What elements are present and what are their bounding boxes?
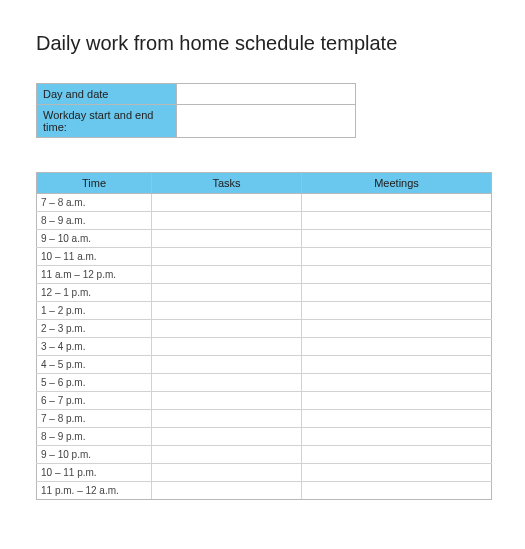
cell-tasks[interactable] bbox=[152, 230, 302, 248]
cell-tasks[interactable] bbox=[152, 266, 302, 284]
cell-meetings[interactable] bbox=[302, 248, 492, 266]
cell-meetings[interactable] bbox=[302, 194, 492, 212]
cell-tasks[interactable] bbox=[152, 212, 302, 230]
cell-meetings[interactable] bbox=[302, 464, 492, 482]
table-row: 3 – 4 p.m. bbox=[37, 338, 492, 356]
cell-time: 11 p.m. – 12 a.m. bbox=[37, 482, 152, 500]
info-value[interactable] bbox=[176, 105, 355, 138]
schedule-body: 7 – 8 a.m. 8 – 9 a.m. 9 – 10 a.m. 10 – 1… bbox=[37, 194, 492, 500]
cell-tasks[interactable] bbox=[152, 320, 302, 338]
table-row: 1 – 2 p.m. bbox=[37, 302, 492, 320]
info-row-day-date: Day and date bbox=[37, 84, 356, 105]
table-row: 12 – 1 p.m. bbox=[37, 284, 492, 302]
info-value[interactable] bbox=[176, 84, 355, 105]
cell-time: 7 – 8 a.m. bbox=[37, 194, 152, 212]
cell-tasks[interactable] bbox=[152, 410, 302, 428]
header-time: Time bbox=[37, 173, 152, 194]
page: Daily work from home schedule template D… bbox=[0, 0, 525, 530]
table-row: 5 – 6 p.m. bbox=[37, 374, 492, 392]
schedule-header-row: Time Tasks Meetings bbox=[37, 173, 492, 194]
cell-time: 2 – 3 p.m. bbox=[37, 320, 152, 338]
cell-time: 1 – 2 p.m. bbox=[37, 302, 152, 320]
cell-time: 3 – 4 p.m. bbox=[37, 338, 152, 356]
cell-meetings[interactable] bbox=[302, 356, 492, 374]
cell-tasks[interactable] bbox=[152, 392, 302, 410]
info-table: Day and date Workday start and end time: bbox=[36, 83, 356, 138]
cell-meetings[interactable] bbox=[302, 212, 492, 230]
cell-meetings[interactable] bbox=[302, 320, 492, 338]
cell-time: 8 – 9 p.m. bbox=[37, 428, 152, 446]
cell-time: 7 – 8 p.m. bbox=[37, 410, 152, 428]
cell-meetings[interactable] bbox=[302, 338, 492, 356]
table-row: 4 – 5 p.m. bbox=[37, 356, 492, 374]
cell-time: 11 a.m – 12 p.m. bbox=[37, 266, 152, 284]
cell-time: 9 – 10 p.m. bbox=[37, 446, 152, 464]
table-row: 11 p.m. – 12 a.m. bbox=[37, 482, 492, 500]
info-row-workday-time: Workday start and end time: bbox=[37, 105, 356, 138]
table-row: 7 – 8 p.m. bbox=[37, 410, 492, 428]
header-tasks: Tasks bbox=[152, 173, 302, 194]
table-row: 11 a.m – 12 p.m. bbox=[37, 266, 492, 284]
table-row: 10 – 11 p.m. bbox=[37, 464, 492, 482]
table-row: 8 – 9 a.m. bbox=[37, 212, 492, 230]
info-label: Day and date bbox=[37, 84, 177, 105]
cell-tasks[interactable] bbox=[152, 248, 302, 266]
table-row: 2 – 3 p.m. bbox=[37, 320, 492, 338]
table-row: 9 – 10 a.m. bbox=[37, 230, 492, 248]
cell-time: 10 – 11 p.m. bbox=[37, 464, 152, 482]
cell-meetings[interactable] bbox=[302, 266, 492, 284]
table-row: 6 – 7 p.m. bbox=[37, 392, 492, 410]
cell-tasks[interactable] bbox=[152, 374, 302, 392]
cell-tasks[interactable] bbox=[152, 356, 302, 374]
table-row: 9 – 10 p.m. bbox=[37, 446, 492, 464]
schedule-table: Time Tasks Meetings 7 – 8 a.m. 8 – 9 a.m… bbox=[36, 172, 492, 500]
cell-time: 6 – 7 p.m. bbox=[37, 392, 152, 410]
cell-meetings[interactable] bbox=[302, 284, 492, 302]
cell-time: 10 – 11 a.m. bbox=[37, 248, 152, 266]
cell-time: 5 – 6 p.m. bbox=[37, 374, 152, 392]
page-title: Daily work from home schedule template bbox=[36, 32, 497, 55]
cell-time: 4 – 5 p.m. bbox=[37, 356, 152, 374]
cell-meetings[interactable] bbox=[302, 302, 492, 320]
header-meetings: Meetings bbox=[302, 173, 492, 194]
cell-meetings[interactable] bbox=[302, 446, 492, 464]
cell-time: 12 – 1 p.m. bbox=[37, 284, 152, 302]
cell-meetings[interactable] bbox=[302, 410, 492, 428]
cell-time: 9 – 10 a.m. bbox=[37, 230, 152, 248]
cell-tasks[interactable] bbox=[152, 338, 302, 356]
cell-time: 8 – 9 a.m. bbox=[37, 212, 152, 230]
cell-tasks[interactable] bbox=[152, 428, 302, 446]
table-row: 8 – 9 p.m. bbox=[37, 428, 492, 446]
cell-tasks[interactable] bbox=[152, 194, 302, 212]
cell-tasks[interactable] bbox=[152, 464, 302, 482]
cell-tasks[interactable] bbox=[152, 446, 302, 464]
cell-tasks[interactable] bbox=[152, 482, 302, 500]
cell-meetings[interactable] bbox=[302, 482, 492, 500]
info-label: Workday start and end time: bbox=[37, 105, 177, 138]
table-row: 7 – 8 a.m. bbox=[37, 194, 492, 212]
cell-meetings[interactable] bbox=[302, 392, 492, 410]
cell-meetings[interactable] bbox=[302, 374, 492, 392]
cell-tasks[interactable] bbox=[152, 284, 302, 302]
cell-meetings[interactable] bbox=[302, 428, 492, 446]
cell-tasks[interactable] bbox=[152, 302, 302, 320]
table-row: 10 – 11 a.m. bbox=[37, 248, 492, 266]
cell-meetings[interactable] bbox=[302, 230, 492, 248]
